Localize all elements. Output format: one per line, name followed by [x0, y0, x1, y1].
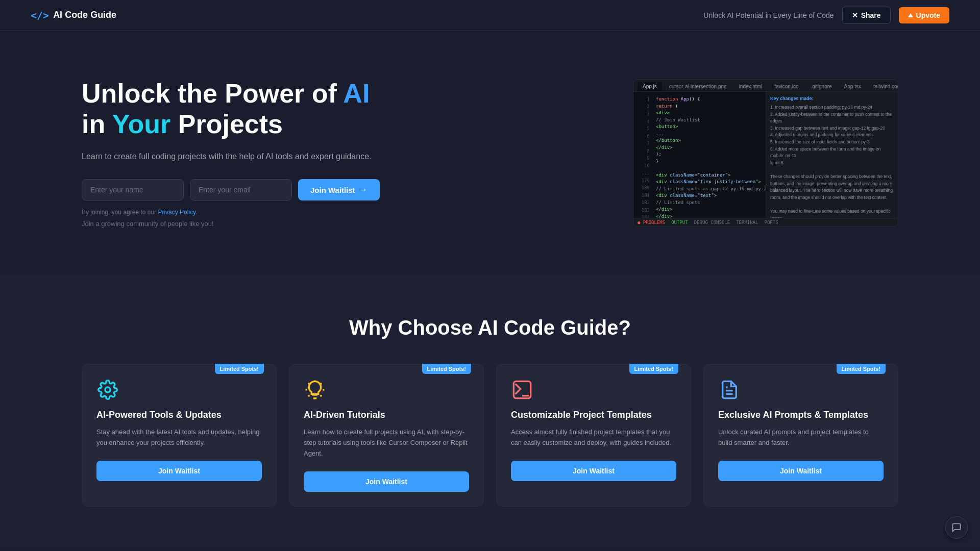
line-num: 6: [635, 133, 650, 140]
line-num: 180: [635, 185, 650, 192]
card-title-3: Customizable Project Templates: [511, 409, 676, 421]
line-num: 181: [635, 192, 650, 199]
share-button[interactable]: ✕ Share: [842, 7, 891, 24]
card-desc-1: Stay ahead with the latest AI tools and …: [96, 427, 262, 448]
tab-tailwind[interactable]: tailwind.config.js: [868, 82, 898, 91]
card-desc-4: Unlock curated AI prompts and project te…: [718, 427, 884, 448]
line-num: 8: [635, 148, 650, 155]
card-prompts: Limited Spots! Exclusive AI Prompts & Te…: [703, 364, 898, 507]
debug-console-tab[interactable]: DEBUG CONSOLE: [694, 220, 730, 225]
panel-text: 1. Increased overall section padding: py…: [770, 104, 894, 218]
card-badge-4: Limited Spots!: [837, 364, 886, 374]
hero-form: Join Waitlist: [82, 179, 380, 201]
line-num: 10: [635, 163, 650, 170]
join-waitlist-label: Join Waitlist: [310, 186, 355, 194]
line-num: 4: [635, 118, 650, 126]
card-templates: Limited Spots! Customizable Project Temp…: [496, 364, 691, 507]
bulb-icon: [304, 379, 326, 401]
card-ai-powered: Limited Spots! AI-Powered Tools & Update…: [82, 364, 277, 507]
card-desc-3: Access almost fully finished project tem…: [511, 427, 676, 448]
hero-community-text: Join a growing community of people like …: [82, 220, 380, 228]
card-title-4: Exclusive AI Prompts & Templates: [718, 409, 884, 421]
terminal-icon: [511, 379, 533, 401]
upvote-label: Upvote: [916, 11, 940, 19]
cards-grid: Limited Spots! AI-Powered Tools & Update…: [82, 364, 898, 507]
hero-legal-end: .: [195, 209, 197, 216]
line-num: 3: [635, 111, 650, 118]
panel-title: Key changes made:: [770, 96, 894, 101]
hero-section: Unlock the Power of AI in Your Projects …: [0, 31, 980, 276]
card-badge-3: Limited Spots!: [629, 364, 678, 374]
hero-title-projects: Projects: [170, 109, 283, 139]
line-num: 7: [635, 140, 650, 147]
why-section: Why Choose AI Code Guide? Limited Spots!…: [0, 276, 980, 547]
email-input[interactable]: [190, 179, 292, 201]
join-waitlist-button[interactable]: Join Waitlist: [298, 179, 380, 201]
editor-tabs: App.js cursor-ai-intersection.png index.…: [633, 80, 898, 92]
name-input[interactable]: [82, 179, 184, 201]
share-label: Share: [861, 11, 881, 19]
hero-title-in: in: [82, 109, 112, 139]
terminal-tab[interactable]: TERMINAL: [736, 220, 758, 225]
hero-legal-text: By joining, you agree to our: [82, 209, 158, 216]
line-num: 182: [635, 199, 650, 207]
navbar: </> AI Code Guide Unlock AI Potential in…: [0, 0, 980, 31]
x-icon: ✕: [852, 11, 858, 19]
line-num: 1: [635, 96, 650, 103]
hero-title-your: Your: [112, 109, 171, 139]
line-num: ...: [635, 170, 650, 177]
editor-gutter: 1 2 3 4 5 6 7 8 9 10 ... 179 180 181 182…: [633, 92, 652, 218]
card-join-button-4[interactable]: Join Waitlist: [718, 461, 884, 481]
arrow-right-icon: [359, 185, 368, 194]
line-num: 2: [635, 104, 650, 111]
tab-appjs[interactable]: App.js: [638, 82, 662, 91]
line-num: 5: [635, 126, 650, 133]
document-icon: [718, 379, 741, 401]
tab-cursor[interactable]: cursor-ai-intersection.png: [664, 82, 732, 91]
hero-legal: By joining, you agree to our Privacy Pol…: [82, 209, 380, 216]
svg-line-4: [321, 395, 322, 396]
tab-index[interactable]: index.html: [734, 82, 768, 91]
tab-favicon[interactable]: favicon.ico: [769, 82, 803, 91]
logo: </> AI Code Guide: [31, 9, 116, 21]
card-title-2: AI-Driven Tutorials: [304, 409, 469, 421]
gear-icon: [96, 379, 119, 401]
editor-status-bar: ● PROBLEMS OUTPUT DEBUG CONSOLE TERMINAL…: [633, 218, 898, 227]
card-join-button-2[interactable]: Join Waitlist: [304, 471, 469, 492]
navbar-right: Unlock AI Potential in Every Line of Cod…: [703, 7, 949, 24]
upvote-button[interactable]: Upvote: [899, 7, 949, 23]
line-num: 179: [635, 178, 650, 185]
svg-line-7: [308, 395, 309, 396]
svg-point-0: [105, 387, 110, 392]
privacy-policy-link[interactable]: Privacy Policy: [158, 209, 195, 216]
hero-title-line1: Unlock the Power of AI: [82, 79, 370, 108]
card-badge-2: Limited Spots!: [422, 364, 471, 374]
card-join-button-3[interactable]: Join Waitlist: [511, 461, 676, 481]
problems-tab[interactable]: ● PROBLEMS: [638, 220, 665, 225]
editor-code: function App() { return ( <div> // Join …: [652, 92, 766, 218]
chat-bubble[interactable]: [945, 516, 968, 539]
line-num: 184: [635, 214, 650, 218]
ports-tab[interactable]: PORTS: [765, 220, 778, 225]
editor-panel: Key changes made: 1. Increased overall s…: [766, 92, 898, 218]
why-title: Why Choose AI Code Guide?: [82, 316, 898, 339]
code-editor-mockup: App.js cursor-ai-intersection.png index.…: [633, 79, 898, 227]
line-num: 183: [635, 207, 650, 214]
output-tab[interactable]: OUTPUT: [671, 220, 688, 225]
logo-bracket: </>: [31, 9, 49, 21]
card-desc-2: Learn how to create full projects using …: [304, 427, 469, 459]
hero-title: Unlock the Power of AI in Your Projects: [82, 79, 380, 140]
card-badge-1: Limited Spots!: [215, 364, 264, 374]
card-ai-tutorials: Limited Spots! AI-Driven Tutorials: [289, 364, 484, 507]
hero-title-prefix1: Unlock the Power of: [82, 79, 343, 108]
editor-body: 1 2 3 4 5 6 7 8 9 10 ... 179 180 181 182…: [633, 92, 898, 218]
logo-text: AI Code Guide: [53, 10, 116, 20]
tab-apptsx[interactable]: App.tsx: [839, 82, 866, 91]
tab-gitignore[interactable]: .gitignore: [805, 82, 837, 91]
hero-title-line2: in Your Projects: [82, 109, 283, 139]
line-num: 9: [635, 155, 650, 162]
hero-title-ai: AI: [343, 79, 370, 108]
card-join-button-1[interactable]: Join Waitlist: [96, 461, 262, 481]
card-title-1: AI-Powered Tools & Updates: [96, 409, 262, 421]
navbar-tagline: Unlock AI Potential in Every Line of Cod…: [703, 11, 834, 19]
